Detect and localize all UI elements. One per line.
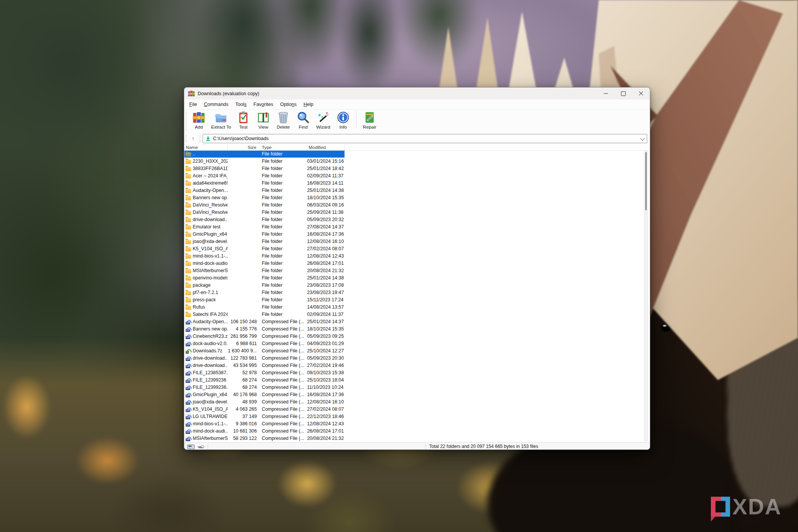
table-row[interactable]: ZIPFILE_12399236.zip68 274Compressed Fil… bbox=[184, 384, 650, 391]
scrollbar-thumb[interactable] bbox=[645, 152, 647, 210]
chevron-down-icon[interactable] bbox=[640, 135, 645, 140]
extract-to-button[interactable]: Extract To bbox=[209, 110, 233, 130]
folder-icon bbox=[185, 262, 191, 266]
key-status-icon bbox=[198, 444, 205, 449]
table-row[interactable]: DaVinci_Resolve...File folder25/09/2024 … bbox=[184, 209, 650, 216]
column-header-name[interactable]: Name ^ bbox=[184, 144, 228, 150]
folder-icon bbox=[185, 240, 191, 244]
table-row[interactable]: ZIPFILE_12399236 (1...68 274Compressed F… bbox=[184, 377, 650, 384]
table-row[interactable]: ZIPCinebenchR23.zip261 956 799Compressed… bbox=[184, 333, 650, 340]
address-row: ↑ C:\Users\joaoc\Downloads bbox=[184, 133, 650, 144]
vertical-scrollbar[interactable] bbox=[644, 150, 648, 441]
cell-type: File folder bbox=[260, 260, 307, 267]
table-row[interactable]: pf7-en-7.2.1File folder23/08/2023 19:47 bbox=[184, 289, 650, 296]
table-row[interactable]: aida64extreme690File folder16/08/2023 14… bbox=[184, 180, 650, 187]
cell-modified: 25/09/2024 11:38 bbox=[307, 209, 345, 216]
cell-name: ZIPBanners new op... bbox=[184, 325, 228, 333]
cell-name: K5_V104_ISO_A... bbox=[184, 245, 228, 253]
table-row[interactable]: Banners new op...File folder18/10/2024 1… bbox=[184, 194, 650, 202]
table-row[interactable]: ZIPBanners new op...4 155 776Compressed … bbox=[184, 325, 650, 333]
close-button[interactable] bbox=[632, 88, 650, 99]
menu-commands[interactable]: Commands bbox=[200, 101, 232, 108]
column-header-type[interactable]: Type bbox=[260, 144, 307, 150]
cell-size: 68 274 bbox=[228, 377, 260, 384]
test-button[interactable]: Test bbox=[233, 110, 253, 130]
table-row[interactable]: ZIPdock-audio-v2.0...6 988 611Compressed… bbox=[184, 340, 650, 347]
table-row[interactable]: GmicPlugin_x64File folder16/08/2024 17:3… bbox=[184, 231, 650, 238]
minimize-button[interactable] bbox=[597, 88, 615, 99]
info-button[interactable]: Info bbox=[333, 110, 353, 130]
column-header-modified[interactable]: Modified bbox=[307, 144, 345, 150]
add-button[interactable]: Add bbox=[189, 110, 209, 130]
zip-icon: ZIP bbox=[185, 400, 191, 405]
view-button[interactable]: View bbox=[253, 110, 273, 130]
table-row[interactable]: ..File folder bbox=[184, 150, 345, 158]
table-row[interactable]: ZIPFILE_12385387.zip52 978Compressed Fil… bbox=[184, 369, 650, 377]
table-row[interactable]: ZIPLG ULTRAWIDE.z...37 149Compressed Fil… bbox=[184, 413, 650, 420]
table-row[interactable]: openvino-modelsFile folder25/01/2024 14:… bbox=[184, 274, 650, 282]
maximize-button[interactable] bbox=[615, 88, 632, 99]
menu-help[interactable]: Help bbox=[300, 101, 317, 108]
folder-icon bbox=[185, 233, 191, 237]
table-row[interactable]: joao@xda-devel...File folder12/08/2024 1… bbox=[184, 238, 650, 245]
table-row[interactable]: mind-dock-audioFile folder26/08/2024 17:… bbox=[184, 260, 650, 267]
cell-size bbox=[228, 194, 260, 202]
cell-name: 2230_H3XX_2023... bbox=[184, 158, 228, 165]
cell-size bbox=[228, 274, 260, 282]
zip-icon: ZIP bbox=[185, 334, 191, 339]
table-row[interactable]: packageFile folder23/08/2023 17:08 bbox=[184, 282, 650, 289]
cell-modified: 20/08/2024 21:32 bbox=[307, 435, 345, 442]
table-row[interactable]: Satechi IFA 2024File folder02/09/2024 11… bbox=[184, 311, 650, 318]
cell-modified: 02/09/2024 11:37 bbox=[307, 311, 345, 318]
folder-icon bbox=[185, 211, 191, 215]
table-row[interactable]: mind-bios-v1.1-...File folder12/08/2024 … bbox=[184, 253, 650, 260]
table-row[interactable]: ZIPmind-dock-audi...10 681 306Compressed… bbox=[184, 428, 650, 435]
winrar-window: Downloads (evaluation copy) File Command… bbox=[184, 87, 650, 450]
find-button[interactable]: Find bbox=[293, 110, 313, 130]
status-bar: Total 22 folders and 20 097 154 665 byte… bbox=[184, 442, 650, 450]
table-row[interactable]: ZIPdrive-download...43 534 995Compressed… bbox=[184, 362, 650, 369]
folder-icon bbox=[185, 298, 191, 302]
repair-button[interactable]: Repair bbox=[360, 110, 380, 130]
cell-name: mind-dock-audio bbox=[184, 260, 228, 267]
address-combobox[interactable]: C:\Users\joaoc\Downloads bbox=[203, 134, 647, 143]
cell-size bbox=[228, 202, 260, 209]
menu-tools[interactable]: Tools bbox=[232, 101, 250, 108]
menu-favorites[interactable]: Favorites bbox=[250, 101, 276, 108]
wizard-button[interactable]: Wizard bbox=[313, 110, 333, 130]
cell-name: aida64extreme690 bbox=[184, 180, 228, 187]
cell-type: File folder bbox=[260, 180, 307, 187]
table-row[interactable]: RufusFile folder14/08/2024 13:57 bbox=[184, 304, 650, 311]
table-row[interactable]: DaVinci_Resolve...File folder06/03/2024 … bbox=[184, 202, 650, 209]
folder-icon bbox=[185, 189, 191, 193]
table-row[interactable]: ZIPdrive-download...122 783 981Compresse… bbox=[184, 355, 650, 362]
table-row[interactable]: ZIPGmicPlugin_x64....40 176 968Compresse… bbox=[184, 391, 650, 398]
folder-icon bbox=[185, 247, 191, 251]
table-row[interactable]: Audacity-Open...File folder25/01/2024 14… bbox=[184, 187, 650, 194]
table-row[interactable]: press-packFile folder15/11/2023 17:24 bbox=[184, 296, 650, 304]
table-row[interactable]: ZIPjoao@xda-devel...48 939Compressed Fil… bbox=[184, 398, 650, 406]
folder-icon bbox=[185, 291, 191, 295]
up-one-level-button[interactable]: ↑ bbox=[188, 135, 198, 142]
table-row[interactable]: Emulator testFile folder27/08/2024 14:37 bbox=[184, 223, 650, 231]
file-list: ..File folder2230_H3XX_2023...File folde… bbox=[184, 150, 650, 442]
cell-modified: 03/01/2024 15:16 bbox=[307, 158, 345, 165]
table-row[interactable]: ZIPMSIAfterburnerS...58 293 122Compresse… bbox=[184, 435, 650, 442]
menu-file[interactable]: File bbox=[186, 101, 200, 108]
column-header-size[interactable]: Size bbox=[228, 144, 260, 150]
table-row[interactable]: drive-download...File folder05/09/2023 2… bbox=[184, 216, 650, 223]
table-row[interactable]: K5_V104_ISO_A...File folder27/02/2024 08… bbox=[184, 245, 650, 253]
table-row[interactable]: ZIPmind-bios-v1.1-...9 386 016Compressed… bbox=[184, 420, 650, 428]
table-row[interactable]: ZIPAudacity-Open...106 150 248Compressed… bbox=[184, 318, 650, 325]
table-row[interactable]: Acer – 2024 IFA_...File folder02/09/2024… bbox=[184, 172, 650, 180]
menu-options[interactable]: Options bbox=[277, 101, 300, 108]
delete-button[interactable]: Delete bbox=[273, 110, 293, 130]
cell-name: Satechi IFA 2024 bbox=[184, 311, 228, 318]
table-row[interactable]: 38833FF26BA1D....File folder25/01/2024 1… bbox=[184, 165, 650, 172]
title-bar[interactable]: Downloads (evaluation copy) bbox=[184, 88, 650, 99]
table-row[interactable]: MSIAfterburnerS...File folder20/08/2024 … bbox=[184, 267, 650, 274]
table-row[interactable]: ZIPK5_V104_ISO_A...4 063 265Compressed F… bbox=[184, 406, 650, 413]
table-row[interactable]: 2230_H3XX_2023...File folder03/01/2024 1… bbox=[184, 158, 650, 165]
cell-size bbox=[228, 238, 260, 245]
table-row[interactable]: 7zDownloads.7z1 630 400 9...Compressed F… bbox=[184, 347, 650, 355]
